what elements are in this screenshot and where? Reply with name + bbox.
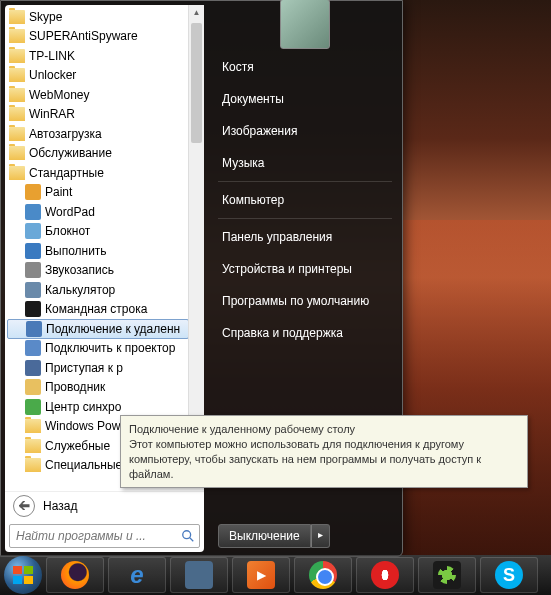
windows-logo-icon — [13, 566, 33, 584]
folder-icon — [9, 146, 25, 160]
program-label: WebMoney — [29, 88, 89, 102]
program-label: Проводник — [45, 380, 105, 394]
back-arrow-icon: 🡰 — [13, 495, 35, 517]
program-item-sync[interactable]: Центр синхро — [7, 397, 187, 417]
scroll-thumb[interactable] — [191, 23, 202, 143]
program-label: Блокнот — [45, 224, 90, 238]
program-item-explorer[interactable]: Проводник — [7, 378, 187, 398]
tooltip: Подключение к удаленному рабочему столу … — [120, 415, 528, 488]
back-label: Назад — [43, 499, 77, 513]
program-item-sound[interactable]: Звукозапись — [7, 261, 187, 281]
program-label: Обслуживание — [29, 146, 112, 160]
right-link-2[interactable]: Музыка — [208, 147, 402, 179]
right-link-1[interactable]: Устройства и принтеры — [208, 253, 402, 285]
program-label: Unlocker — [29, 68, 76, 82]
folder-icon — [9, 107, 25, 121]
program-folder-1[interactable]: SUPERAntiSpyware — [7, 27, 187, 47]
program-label: WordPad — [45, 205, 95, 219]
taskbar-explorer[interactable] — [170, 557, 228, 593]
right-link-0[interactable]: Документы — [208, 83, 402, 115]
cmd-icon — [25, 301, 41, 317]
folder-icon — [9, 88, 25, 102]
svg-line-1 — [190, 538, 194, 542]
icq-icon — [433, 561, 461, 589]
taskbar-firefox[interactable] — [46, 557, 104, 593]
program-label: SUPERAntiSpyware — [29, 29, 138, 43]
calc-icon — [25, 282, 41, 298]
search-box[interactable] — [9, 524, 200, 548]
program-label: Приступая к р — [45, 361, 123, 375]
start-button[interactable] — [4, 556, 42, 594]
right-link-2[interactable]: Программы по умолчанию — [208, 285, 402, 317]
program-folder-3[interactable]: Unlocker — [7, 66, 187, 86]
program-item-calc[interactable]: Калькулятор — [7, 280, 187, 300]
wordpad-icon — [25, 204, 41, 220]
program-folder-5[interactable]: WinRAR — [7, 105, 187, 125]
folder-icon — [25, 458, 41, 472]
firefox-icon — [61, 561, 89, 589]
program-label: Skype — [29, 10, 62, 24]
run-icon — [25, 243, 41, 259]
program-folder-6[interactable]: Автозагрузка — [7, 124, 187, 144]
program-item-paint[interactable]: Paint — [7, 183, 187, 203]
explorer-icon — [25, 379, 41, 395]
getting-icon — [25, 360, 41, 376]
notepad-icon — [25, 223, 41, 239]
scroll-up-arrow[interactable]: ▲ — [189, 5, 204, 20]
program-folder-4[interactable]: WebMoney — [7, 85, 187, 105]
program-item-rdp[interactable]: Подключение к удаленн — [7, 319, 189, 339]
program-item-notepad[interactable]: Блокнот — [7, 222, 187, 242]
taskbar-opera[interactable] — [356, 557, 414, 593]
back-button[interactable]: 🡰 Назад — [5, 491, 204, 520]
program-item-wordpad[interactable]: WordPad — [7, 202, 187, 222]
shutdown-options-arrow[interactable]: ▸ — [311, 524, 330, 548]
taskbar-media[interactable]: ▶ — [232, 557, 290, 593]
right-link-0[interactable]: Панель управления — [208, 221, 402, 253]
folder-icon — [9, 10, 25, 24]
program-list-scrollbar[interactable]: ▲ ▼ — [188, 5, 204, 475]
taskbar-skype[interactable]: S — [480, 557, 538, 593]
separator — [218, 181, 392, 182]
explorer-icon — [185, 561, 213, 589]
right-link-0[interactable]: Компьютер — [208, 184, 402, 216]
right-link-1[interactable]: Изображения — [208, 115, 402, 147]
folder-icon — [9, 166, 25, 180]
taskbar-ie[interactable]: e — [108, 557, 166, 593]
shutdown-button[interactable]: Выключение — [218, 524, 311, 548]
search-icon — [181, 529, 195, 543]
tooltip-body: Этот компьютер можно использовать для по… — [129, 438, 481, 480]
opera-icon — [371, 561, 399, 589]
program-folder-0[interactable]: Skype — [7, 7, 187, 27]
projector-icon — [25, 340, 41, 356]
program-label: Автозагрузка — [29, 127, 102, 141]
folder-icon — [25, 419, 41, 433]
sound-icon — [25, 262, 41, 278]
program-label: Командная строка — [45, 302, 147, 316]
program-item-getting[interactable]: Приступая к р — [7, 358, 187, 378]
program-folder-8[interactable]: Стандартные — [7, 163, 187, 183]
ie-icon: e — [123, 561, 151, 589]
search-input[interactable] — [14, 528, 181, 544]
program-label: Выполнить — [45, 244, 107, 258]
user-picture[interactable] — [280, 0, 330, 49]
program-label: Подключение к удаленн — [46, 322, 180, 336]
taskbar-icq[interactable] — [418, 557, 476, 593]
program-label: Центр синхро — [45, 400, 121, 414]
folder-icon — [9, 68, 25, 82]
program-item-cmd[interactable]: Командная строка — [7, 300, 187, 320]
shutdown-group: Выключение ▸ — [218, 524, 392, 548]
program-label: Калькулятор — [45, 283, 115, 297]
taskbar-chrome[interactable] — [294, 557, 352, 593]
program-folder-7[interactable]: Обслуживание — [7, 144, 187, 164]
user-name-link[interactable]: Костя — [208, 51, 402, 83]
program-label: Подключить к проектор — [45, 341, 175, 355]
program-folder-2[interactable]: TP-LINK — [7, 46, 187, 66]
program-label: Звукозапись — [45, 263, 114, 277]
folder-icon — [9, 127, 25, 141]
program-item-projector[interactable]: Подключить к проектор — [7, 339, 187, 359]
right-link-3[interactable]: Справка и поддержка — [208, 317, 402, 349]
program-label: WinRAR — [29, 107, 75, 121]
folder-icon — [9, 29, 25, 43]
media-player-icon: ▶ — [247, 561, 275, 589]
program-item-run[interactable]: Выполнить — [7, 241, 187, 261]
